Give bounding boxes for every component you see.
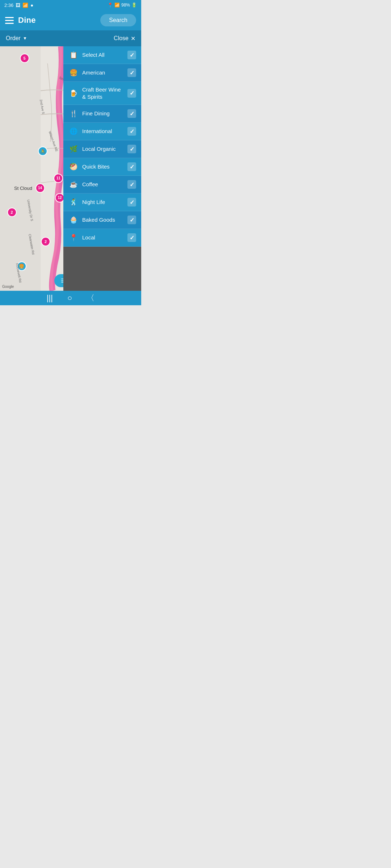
signal-icon: 📶 [22,3,28,8]
checkbox-local[interactable]: ✓ [127,233,136,242]
category-label-international: International [82,128,124,135]
close-icon: ✕ [131,35,135,42]
dropdown-item-night-life[interactable]: 🕺 Night Life ✓ [63,193,141,211]
wifi-icon: 📶 [114,3,120,8]
checkbox-local-organic[interactable]: ✓ [127,145,136,153]
notification-icon: 🖼 [16,3,20,8]
dropdown-item-international[interactable]: 🌐 International ✓ [63,123,141,140]
checkbox-coffee[interactable]: ✓ [127,180,136,189]
dropdown-item-coffee[interactable]: ☕ Coffee ✓ [63,176,141,193]
sub-header: Order ▼ Close ✕ [0,30,141,46]
dropdown-item-local-organic[interactable]: 🌿 Local Organic ✓ [63,140,141,158]
app-title: Dine [18,16,36,25]
category-label-local-organic: Local Organic [82,145,124,153]
category-label-craft-beer: Craft Beer Wine & Spirits [82,86,124,100]
order-label: Order [6,35,21,42]
checkbox-night-life[interactable]: ✓ [127,198,136,207]
category-icon-night-life: 🕺 [68,198,79,206]
checkbox-baked-goods[interactable]: ✓ [127,216,136,224]
dropdown-item-american[interactable]: 🍔 American ✓ [63,64,141,82]
category-label-night-life: Night Life [82,199,124,206]
checkmark-icon: ✓ [130,90,134,97]
nav-home-button[interactable]: ||| [47,293,53,303]
dropdown-item-select-all[interactable]: 📋 Select All ✓ [63,46,141,64]
checkbox-craft-beer[interactable]: ✓ [127,89,136,98]
checkmark-icon: ✓ [130,69,134,76]
checkmark-icon: ✓ [130,181,134,188]
category-label-american: American [82,69,124,76]
header: Dine Search [0,10,141,30]
category-icon-baked-goods: 🧁 [68,216,79,224]
checkmark-icon: ✓ [130,146,134,153]
city-label: St Cloud [14,186,32,191]
category-icon-quick-bites: 🥙 [68,163,79,171]
category-icon-fine-dining: 🍴 [68,110,79,118]
bottom-nav: ||| ○ 〈 [0,291,141,305]
nav-back-button[interactable]: 〈 [87,293,94,303]
battery-text: 98% [121,3,130,8]
menu-button[interactable] [5,17,14,24]
category-label-baked-goods: Baked Goods [82,216,124,224]
category-label-coffee: Coffee [82,181,124,188]
category-icon-international: 🌐 [68,127,79,135]
category-icon-american: 🍔 [68,69,79,77]
dropdown-arrow-icon: ▼ [23,36,27,41]
checkmark-icon: ✓ [130,199,134,206]
map-pin-14[interactable]: 14 [35,183,45,193]
map-pin[interactable]: 5 [20,54,29,63]
time: 2:36 [4,3,13,8]
checkbox-select-all[interactable]: ✓ [127,51,136,59]
category-icon-select-all: 📋 [68,51,79,59]
dropdown-item-quick-bites[interactable]: 🥙 Quick Bites ✓ [63,158,141,176]
dropdown-item-craft-beer[interactable]: 🍺 Craft Beer Wine & Spirits ✓ [63,82,141,105]
category-dropdown-panel: 📋 Select All ✓ 🍔 American ✓ 🍺 Craft Beer… [63,46,141,291]
header-left: Dine [5,16,36,25]
map-pin-11[interactable]: 11 [54,174,63,183]
category-icon-coffee: ☕ [68,180,79,188]
category-icon-craft-beer: 🍺 [68,89,79,97]
nav-home-circle[interactable]: ○ [67,293,72,303]
battery-icon: 🔋 [131,3,137,8]
close-button[interactable]: Close ✕ [114,35,135,42]
checkmark-icon: ✓ [130,163,134,170]
main-content: St Cloud 5 🏃 🚴 🚴 2 11 14 12 2 2 2 🍔 2nd … [0,46,141,291]
checkbox-quick-bites[interactable]: ✓ [127,162,136,171]
dot-icon: ● [30,3,33,8]
checkmark-icon: ✓ [130,52,134,59]
checkmark-icon: ✓ [130,234,134,241]
dropdown-item-fine-dining[interactable]: 🍴 Fine Dining ✓ [63,105,141,123]
close-label: Close [114,35,129,42]
status-left: 2:36 🖼 📶 ● [4,3,33,8]
category-label-quick-bites: Quick Bites [82,163,124,170]
dropdown-item-local[interactable]: 📍 Local ✓ [63,229,141,247]
status-bar: 2:36 🖼 📶 ● 📍 📶 98% 🔋 [0,0,141,10]
dropdown-empty-area [63,247,141,291]
category-icon-local: 📍 [68,234,79,242]
checkmark-icon: ✓ [130,110,134,117]
checkmark-icon: ✓ [130,217,134,224]
checkbox-fine-dining[interactable]: ✓ [127,109,136,118]
checkbox-american[interactable]: ✓ [127,68,136,77]
map-pin-2b[interactable]: 2 [7,208,17,217]
checkbox-international[interactable]: ✓ [127,127,136,136]
search-button[interactable]: Search [100,14,136,26]
category-label-fine-dining: Fine Dining [82,110,124,117]
dropdown-item-baked-goods[interactable]: 🧁 Baked Goods ✓ [63,211,141,229]
location-icon: 📍 [108,3,113,8]
google-logo: Google [2,285,14,289]
checkmark-icon: ✓ [130,128,134,135]
category-label-local: Local [82,234,124,241]
category-label-select-all: Select All [82,51,124,59]
category-icon-local-organic: 🌿 [68,145,79,153]
status-right: 📍 📶 98% 🔋 [108,3,137,8]
order-button[interactable]: Order ▼ [6,35,27,42]
